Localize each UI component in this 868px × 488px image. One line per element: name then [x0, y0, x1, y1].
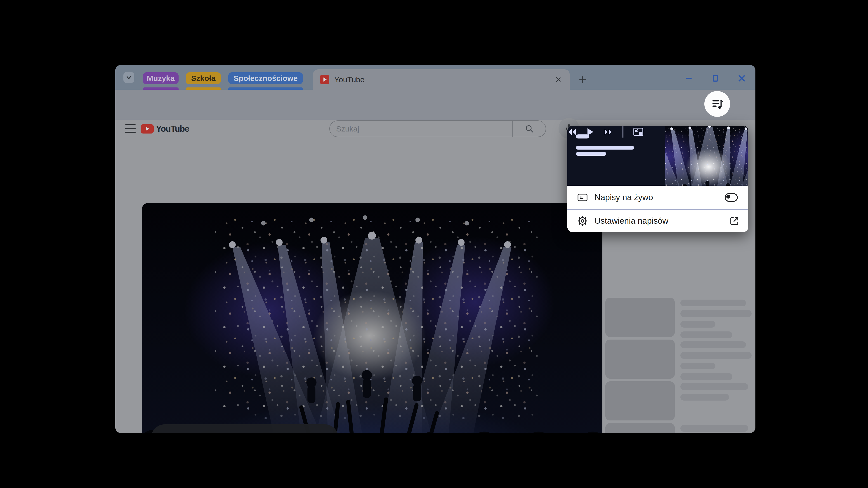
tab-group-chip-muzyka[interactable]: Muzyka — [143, 72, 179, 84]
caption-settings-label: Ustawienia napisów — [594, 216, 669, 226]
youtube-favicon-icon — [320, 75, 329, 84]
skeleton-thumbnail — [605, 298, 675, 337]
window-maximize-button[interactable] — [709, 72, 722, 85]
caption-settings-row[interactable]: Ustawienia napisów — [567, 210, 748, 232]
live-caption-toggle[interactable] — [725, 193, 738, 202]
window-minimize-button[interactable] — [682, 72, 695, 85]
search-bar: Szukaj — [329, 121, 546, 137]
cast-icon — [162, 433, 176, 433]
browser-window: Muzyka Szkoła Społecznościowe YouTube — [115, 65, 755, 433]
controls-divider — [622, 126, 623, 138]
video-frame — [142, 203, 602, 433]
tab-group-underline-muzyka — [143, 88, 179, 90]
skeleton-thumbnail — [605, 339, 675, 379]
live-caption-label: Napisy na żywo — [594, 193, 653, 202]
youtube-logo-icon — [141, 124, 154, 133]
media-title-skeleton — [576, 134, 589, 138]
media-controls-popup: Napisy na żywo Ustawienia napisów — [567, 126, 748, 232]
search-input[interactable]: Szukaj — [330, 121, 513, 137]
media-session-card — [567, 126, 748, 186]
media-controls-icon — [711, 97, 724, 110]
suggested-video-skeleton — [605, 339, 753, 380]
picture-in-picture-icon[interactable] — [633, 127, 644, 137]
guide-menu-button[interactable] — [125, 124, 135, 133]
tab-search-button[interactable] — [123, 72, 134, 83]
suggested-video-skeleton — [605, 381, 753, 422]
skeleton-thumbnail — [605, 381, 675, 420]
live-caption-row[interactable]: Napisy na żywo — [567, 186, 748, 209]
skeleton-thumbnail — [605, 423, 675, 433]
tab-close-button[interactable] — [553, 74, 563, 85]
search-placeholder: Szukaj — [336, 125, 359, 133]
tab-group-label: Muzyka — [147, 74, 175, 83]
search-button[interactable] — [513, 121, 546, 137]
minimize-icon — [684, 74, 693, 83]
search-icon — [524, 124, 534, 134]
chevron-down-icon — [125, 74, 132, 81]
close-icon — [737, 74, 746, 83]
media-thumbnail — [665, 126, 748, 186]
suggested-video-skeleton — [605, 298, 753, 338]
window-close-button[interactable] — [735, 72, 748, 85]
tab-group-underline-spolecznosciowe — [228, 88, 303, 90]
tab-title: YouTube — [334, 75, 365, 84]
close-icon — [555, 76, 562, 83]
tab-youtube[interactable]: YouTube — [313, 69, 569, 90]
video-player[interactable] — [142, 203, 602, 433]
menu-icon — [125, 124, 135, 125]
new-tab-button[interactable] — [577, 73, 589, 86]
next-track-icon[interactable] — [603, 128, 613, 136]
tab-group-chip-spolecznosciowe[interactable]: Społecznościowe — [228, 72, 303, 84]
concert-thumbnail-image — [665, 126, 748, 186]
cast-status-overlay: Odtwarzam na telewizorze w salonie — [151, 424, 339, 433]
suggested-video-skeleton — [605, 423, 753, 433]
open-in-new-icon — [729, 216, 740, 226]
tab-group-label: Społecznościowe — [234, 74, 298, 83]
browser-toolbar: youtube.com/watch/ — [115, 90, 755, 120]
live-caption-icon — [577, 192, 588, 203]
tab-group-underline-szkola — [186, 88, 221, 90]
tab-group-chip-szkola[interactable]: Szkoła — [186, 72, 221, 84]
plus-icon — [578, 75, 587, 84]
media-controls-button[interactable] — [704, 91, 730, 117]
youtube-logo[interactable]: YouTube — [141, 123, 189, 135]
youtube-logo-text: YouTube — [156, 124, 189, 134]
media-artist-skeleton — [576, 146, 634, 150]
media-source-skeleton — [576, 152, 606, 156]
gear-icon — [577, 215, 588, 227]
maximize-icon — [711, 74, 720, 83]
tab-group-label: Szkoła — [191, 74, 216, 83]
tab-strip: Muzyka Szkoła Społecznościowe YouTube — [115, 65, 755, 90]
previous-track-icon[interactable] — [567, 128, 577, 136]
